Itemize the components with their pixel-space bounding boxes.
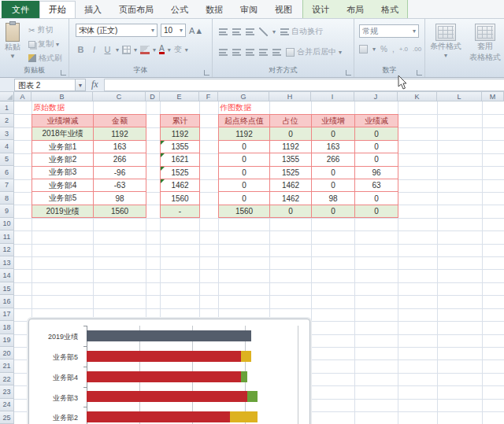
cell[interactable]: 1355 (161, 141, 200, 153)
cell[interactable]: 业务部5 (32, 192, 94, 205)
row-header-8[interactable]: 8 (0, 192, 14, 205)
increase-decimal-icon[interactable]: +.0 (399, 46, 408, 53)
align-bottom-icon[interactable] (246, 28, 254, 35)
name-box[interactable]: 图表 2 (14, 79, 76, 91)
cell[interactable]: 266 (94, 153, 146, 166)
row-header-9[interactable]: 9 (0, 205, 14, 217)
grow-font-button[interactable]: A▲ (189, 24, 203, 37)
tab-开始[interactable]: 开始 (39, 1, 76, 18)
cell[interactable]: 业务部4 (32, 179, 94, 192)
cell[interactable]: 1192 (94, 127, 146, 140)
row-header-13[interactable]: 13 (0, 256, 14, 269)
cell[interactable]: 1192 (270, 141, 312, 153)
cell[interactable]: 1462 (161, 179, 200, 192)
align-center-icon[interactable] (232, 49, 241, 56)
font-size-combo[interactable]: 10▾ (161, 24, 186, 37)
font-dialog-launcher[interactable] (204, 70, 209, 76)
row-header-5[interactable]: 5 (0, 153, 14, 166)
percent-style-icon[interactable]: % (380, 45, 387, 53)
cell[interactable]: -63 (94, 179, 146, 192)
cell[interactable]: 0 (219, 192, 270, 205)
conditional-formatting-button[interactable]: 条件格式 ▾ (430, 24, 461, 59)
bold-button[interactable]: B (76, 45, 86, 54)
cell[interactable]: 1355 (270, 153, 312, 166)
cell[interactable]: 0 (355, 205, 398, 218)
tab-插入[interactable]: 插入 (76, 1, 110, 18)
name-box-dropdown[interactable]: ▼ (76, 79, 86, 91)
cell[interactable]: 业务部3 (32, 167, 94, 179)
align-left-icon[interactable] (219, 49, 228, 56)
column-header-C[interactable]: C (93, 92, 146, 101)
cell[interactable]: 2018年业绩 (32, 127, 94, 140)
row-header-20[interactable]: 20 (0, 347, 14, 359)
decrease-decimal-icon[interactable]: .00 (413, 46, 421, 53)
select-all-corner[interactable] (0, 92, 14, 101)
cell[interactable]: 0 (219, 141, 270, 153)
cell[interactable]: 1192 (219, 127, 270, 140)
align-top-icon[interactable] (219, 28, 228, 35)
cell[interactable]: 1560 (161, 192, 200, 205)
cell[interactable]: 0 (312, 127, 355, 140)
row-header-2[interactable]: 2 (0, 114, 14, 127)
increase-indent-icon[interactable] (272, 49, 281, 56)
cell[interactable]: 266 (312, 153, 355, 166)
cell[interactable]: 63 (355, 179, 398, 192)
cell[interactable]: 业绩减 (355, 115, 398, 127)
row-header-15[interactable]: 15 (0, 282, 14, 295)
cell[interactable]: 1525 (161, 167, 200, 179)
row-header-10[interactable]: 10 (0, 218, 14, 230)
cell[interactable]: 2019业绩 (32, 205, 94, 218)
cell[interactable]: 0 (270, 127, 312, 140)
contextual-tab-布局[interactable]: 布局 (338, 1, 372, 18)
copy-button[interactable]: 复制▾ (28, 38, 62, 50)
comma-style-icon[interactable]: , (392, 45, 395, 53)
column-header-M[interactable]: M (482, 92, 504, 101)
column-header-H[interactable]: H (269, 92, 311, 101)
cell[interactable]: 0 (219, 179, 270, 192)
cut-button[interactable]: ✂ 剪切 (28, 24, 62, 36)
cell[interactable]: 1560 (94, 205, 146, 218)
column-header-J[interactable]: J (354, 92, 398, 101)
cell[interactable]: 0 (312, 205, 355, 218)
accounting-format-icon[interactable] (359, 45, 368, 53)
tab-数据[interactable]: 数据 (197, 1, 232, 18)
fill-color-icon[interactable] (140, 46, 150, 54)
cell[interactable]: 1462 (270, 192, 312, 205)
cell[interactable]: 业绩增 (312, 115, 355, 127)
cell[interactable]: 0 (312, 179, 355, 192)
row-header-7[interactable]: 7 (0, 179, 14, 192)
cell[interactable]: 业务部1 (32, 141, 94, 153)
cell[interactable]: 累计 (161, 115, 200, 127)
cell[interactable]: 1621 (161, 153, 200, 166)
column-header-A[interactable]: A (14, 92, 32, 101)
cell[interactable]: 96 (355, 167, 398, 179)
row-header-17[interactable]: 17 (0, 308, 14, 321)
cell[interactable]: 0 (355, 153, 398, 166)
row-header-21[interactable]: 21 (0, 359, 14, 372)
cell[interactable]: 0 (355, 192, 398, 205)
column-header-B[interactable]: B (32, 92, 93, 101)
cell[interactable]: 0 (270, 205, 312, 218)
cell[interactable]: 起点终点值 (219, 115, 270, 127)
format-as-table-button[interactable]: 套用 表格格式 (469, 24, 501, 63)
font-color-icon[interactable]: A (159, 45, 165, 54)
row-header-19[interactable]: 19 (0, 334, 14, 347)
tab-审阅[interactable]: 审阅 (232, 1, 266, 18)
column-header-L[interactable]: L (437, 92, 482, 101)
column-header-D[interactable]: D (146, 92, 160, 101)
underline-button[interactable]: U (102, 45, 113, 54)
row-header-6[interactable]: 6 (0, 166, 14, 179)
file-tab[interactable]: 文件 (2, 1, 39, 18)
alignment-dialog-launcher[interactable] (346, 70, 351, 76)
cell[interactable]: 98 (94, 192, 146, 205)
cell[interactable]: 金额 (94, 115, 146, 127)
align-middle-icon[interactable] (232, 28, 241, 35)
align-right-icon[interactable] (246, 49, 254, 56)
row-header-24[interactable]: 24 (0, 399, 14, 411)
decrease-indent-icon[interactable] (259, 49, 268, 56)
tab-页面布局[interactable]: 页面布局 (110, 1, 162, 18)
format-painter-button[interactable]: 格式刷 (28, 52, 62, 65)
column-header-K[interactable]: K (398, 92, 437, 101)
cell[interactable]: 98 (312, 192, 355, 205)
row-header-3[interactable]: 3 (0, 127, 14, 140)
